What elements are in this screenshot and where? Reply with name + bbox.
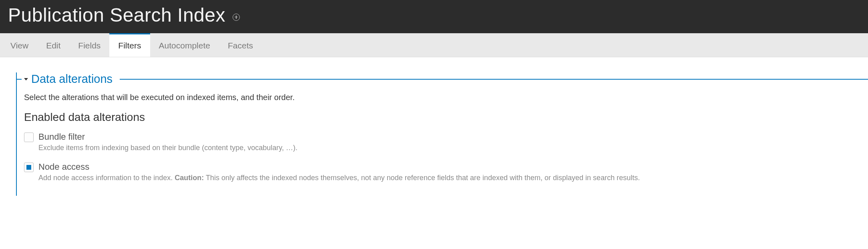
checkbox-bundle-filter[interactable] [24, 133, 34, 142]
option-description: Exclude items from indexing based on the… [38, 143, 297, 153]
content-region: Data alterations Select the alterations … [0, 57, 868, 196]
fieldset-description: Select the alterations that will be exec… [24, 93, 868, 102]
fieldset-data-alterations: Data alterations Select the alterations … [16, 72, 868, 196]
page-header: Publication Search Index [0, 0, 868, 33]
tab-label: Facets [228, 41, 253, 50]
tab-facets[interactable]: Facets [219, 33, 262, 57]
tab-fields[interactable]: Fields [69, 33, 109, 57]
option-bundle-filter: Bundle filter Exclude items from indexin… [24, 132, 868, 153]
add-circle-icon[interactable] [233, 14, 240, 21]
tab-filters[interactable]: Filters [109, 33, 150, 57]
option-desc-prefix: Add node access information to the index… [38, 174, 175, 182]
legend-corner [17, 79, 22, 80]
page-title: Publication Search Index [8, 4, 225, 26]
section-title: Enabled data alterations [24, 111, 868, 124]
tab-autocomplete[interactable]: Autocomplete [150, 33, 219, 57]
fieldset-legend: Data alterations [31, 72, 113, 86]
tab-label: Edit [46, 41, 60, 50]
option-label[interactable]: Bundle filter [38, 132, 297, 142]
tab-edit[interactable]: Edit [37, 33, 69, 57]
fieldset-legend-row[interactable]: Data alterations [17, 72, 868, 86]
tab-label: Fields [78, 41, 100, 50]
option-description: Add node access information to the index… [38, 173, 640, 183]
checkbox-node-access[interactable] [24, 163, 34, 172]
tab-label: View [10, 41, 28, 50]
option-node-access: Node access Add node access information … [24, 162, 868, 183]
primary-tabs: View Edit Fields Filters Autocomplete Fa… [0, 33, 868, 57]
option-desc-strong: Caution: [175, 174, 204, 182]
option-label[interactable]: Node access [38, 162, 640, 172]
tab-view[interactable]: View [2, 33, 37, 57]
tab-label: Filters [118, 41, 141, 50]
option-body: Bundle filter Exclude items from indexin… [38, 132, 297, 153]
collapse-arrow-icon [24, 78, 28, 80]
option-body: Node access Add node access information … [38, 162, 640, 183]
option-desc-suffix: This only affects the indexed nodes them… [204, 174, 640, 182]
tab-label: Autocomplete [159, 41, 210, 50]
legend-line [120, 79, 868, 80]
